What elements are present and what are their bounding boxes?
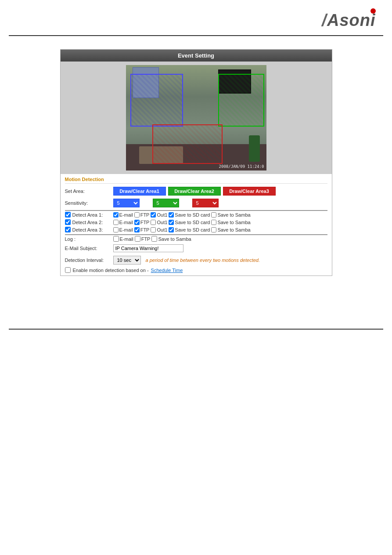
event-panel: Event Setting 2008/J xyxy=(60,49,332,276)
camera-feed: 2008/JAN/09 11:24:0 xyxy=(126,65,266,170)
page-wrapper: / Asoni Event Setting xyxy=(0,0,392,330)
detect-area2-out1-checkbox[interactable] xyxy=(151,220,156,225)
separator-2 xyxy=(65,234,327,235)
detect-area2-row: Detect Area 2: E-mail FTP Out1 Save to S… xyxy=(65,219,327,225)
detect-area1-samba-label[interactable]: Save to Samba xyxy=(211,212,250,218)
detect-area3-ftp-label[interactable]: FTP xyxy=(134,227,150,232)
detect-area1-out1-checkbox[interactable] xyxy=(151,212,156,218)
bottom-spacer-3 xyxy=(0,307,392,316)
detection-area-2-overlay xyxy=(218,74,264,127)
svg-text:Asoni: Asoni xyxy=(327,11,376,29)
panel-title: Event Setting xyxy=(61,50,332,62)
detect-area1-ftp-checkbox[interactable] xyxy=(134,212,140,218)
detect-area3-samba-checkbox[interactable] xyxy=(211,227,216,232)
set-area-label: Set Area: xyxy=(65,189,113,194)
motion-section-title: Motion Detection xyxy=(65,177,327,184)
detect-area1-row: Detect Area 1: E-mail FTP Out1 Save to S… xyxy=(65,212,327,218)
room-plant xyxy=(249,135,260,162)
detection-interval-row: Detection Interval: 5 sec 10 sec 30 sec … xyxy=(65,255,327,265)
detect-area1-text: Detect Area 1: xyxy=(72,212,103,218)
log-samba-label[interactable]: Save to Samba xyxy=(151,236,191,242)
area-buttons: Draw/Clear Area1 Draw/Clear Area2 Draw/C… xyxy=(113,187,327,196)
page-header: / Asoni xyxy=(0,0,392,33)
camera-feed-wrapper: 2008/JAN/09 11:24:0 xyxy=(61,62,332,174)
interval-note: a period of time between every two motio… xyxy=(146,258,260,263)
separator-1 xyxy=(65,210,327,211)
detect-area3-text: Detect Area 3: xyxy=(72,227,103,232)
sensitivity-1-select[interactable]: 12345678910 xyxy=(113,199,140,207)
detect-area3-out1-checkbox[interactable] xyxy=(151,227,156,232)
detect-area2-sdcard-checkbox[interactable] xyxy=(169,220,174,225)
detect-area3-out1-label[interactable]: Out1 xyxy=(151,227,167,232)
log-row: Log : E-mail FTP Save to Samba xyxy=(65,236,327,242)
asoni-logo: / Asoni xyxy=(317,7,379,31)
draw-clear-area3-button[interactable]: Draw/Clear Area3 xyxy=(223,187,276,196)
detect-area3-ftp-checkbox[interactable] xyxy=(134,227,140,232)
log-email-label[interactable]: E-mail xyxy=(113,236,133,242)
detect-area2-ftp-label[interactable]: FTP xyxy=(134,220,150,225)
detect-area3-email-checkbox[interactable] xyxy=(113,227,119,232)
detect-area1-label: Detect Area 1: xyxy=(65,212,113,218)
email-subject-input[interactable] xyxy=(113,244,183,252)
detect-area2-ftp-checkbox[interactable] xyxy=(134,220,140,225)
log-email-checkbox[interactable] xyxy=(113,236,119,242)
detect-area1-sdcard-checkbox[interactable] xyxy=(169,212,174,218)
detect-area2-samba-checkbox[interactable] xyxy=(211,220,216,225)
motion-section: Motion Detection Set Area: Draw/Clear Ar… xyxy=(61,174,332,276)
detection-area-1-overlay xyxy=(130,74,183,127)
email-subject-controls xyxy=(113,244,327,252)
detection-interval-label: Detection Interval: xyxy=(65,258,113,263)
log-options: E-mail FTP Save to Samba xyxy=(113,236,191,242)
logo-container: / Asoni xyxy=(317,7,379,31)
draw-clear-area2-button[interactable]: Draw/Clear Area2 xyxy=(168,187,221,196)
detect-area1-sdcard-label[interactable]: Save to SD card xyxy=(169,212,210,218)
sensitivity-2-select[interactable]: 12345678910 xyxy=(153,199,179,207)
log-samba-checkbox[interactable] xyxy=(151,236,157,242)
log-ftp-label[interactable]: FTP xyxy=(135,236,151,242)
footer-divider xyxy=(9,329,383,330)
enable-motion-label: Enable motion detection based on - xyxy=(73,268,149,273)
detect-area2-text: Detect Area 2: xyxy=(72,220,103,225)
detect-area2-out1-label[interactable]: Out1 xyxy=(151,220,167,225)
detect-area2-label: Detect Area 2: xyxy=(65,219,113,225)
detect-area2-sdcard-label[interactable]: Save to SD card xyxy=(169,220,210,225)
detect-area3-checkbox[interactable] xyxy=(65,227,71,232)
sensitivity-label: Sensitivity: xyxy=(65,200,113,206)
detect-area3-options: E-mail FTP Out1 Save to SD card Save to … xyxy=(113,227,251,232)
detect-area1-checkbox[interactable] xyxy=(65,212,71,218)
detect-area2-email-checkbox[interactable] xyxy=(113,220,119,225)
detect-area2-checkbox[interactable] xyxy=(65,219,71,225)
sensitivity-3-select[interactable]: 12345678910 xyxy=(192,199,219,207)
detect-area2-options: E-mail FTP Out1 Save to SD card Save to … xyxy=(113,220,251,225)
detect-area3-sdcard-label[interactable]: Save to SD card xyxy=(169,227,210,232)
detect-area1-samba-checkbox[interactable] xyxy=(211,212,216,218)
log-label: Log : xyxy=(65,236,113,242)
main-content: Event Setting 2008/J xyxy=(0,36,392,289)
enable-motion-row: Enable motion detection based on - Sched… xyxy=(65,267,327,273)
detect-area3-row: Detect Area 3: E-mail FTP Out1 Save to S… xyxy=(65,227,327,232)
detection-interval-select[interactable]: 5 sec 10 sec 30 sec 1 min 5 min xyxy=(113,256,141,265)
detect-area3-sdcard-checkbox[interactable] xyxy=(169,227,174,232)
log-ftp-checkbox[interactable] xyxy=(135,236,140,242)
sensitivity-controls: 12345678910 12345678910 12345678910 xyxy=(113,199,327,207)
detect-area3-email-label[interactable]: E-mail xyxy=(113,227,133,232)
enable-motion-checkbox[interactable] xyxy=(65,267,71,273)
detect-area1-email-label[interactable]: E-mail xyxy=(113,212,133,218)
detect-area2-email-label[interactable]: E-mail xyxy=(113,220,133,225)
detect-area1-out1-label[interactable]: Out1 xyxy=(151,212,167,218)
camera-timestamp: 2008/JAN/09 11:24:0 xyxy=(219,164,264,169)
detect-area3-samba-label[interactable]: Save to Samba xyxy=(211,227,250,232)
sensitivity-row: Sensitivity: 12345678910 12345678910 123… xyxy=(65,198,327,208)
detect-area3-label: Detect Area 3: xyxy=(65,227,113,232)
detect-area2-samba-label[interactable]: Save to Samba xyxy=(211,220,250,225)
detection-interval-controls: 5 sec 10 sec 30 sec 1 min 5 min a period… xyxy=(113,256,327,265)
detection-area-3-overlay xyxy=(152,124,223,164)
svg-point-2 xyxy=(370,8,376,14)
detect-area1-email-checkbox[interactable] xyxy=(113,212,119,218)
detect-area1-options: E-mail FTP Out1 Save to SD card Save to … xyxy=(113,212,251,218)
detect-area1-ftp-label[interactable]: FTP xyxy=(134,212,150,218)
draw-clear-area1-button[interactable]: Draw/Clear Area1 xyxy=(113,187,166,196)
set-area-row: Set Area: Draw/Clear Area1 Draw/Clear Ar… xyxy=(65,186,327,196)
schedule-time-link[interactable]: Schedule Time xyxy=(151,268,183,273)
email-subject-row: E-Mail Subject: xyxy=(65,243,327,253)
